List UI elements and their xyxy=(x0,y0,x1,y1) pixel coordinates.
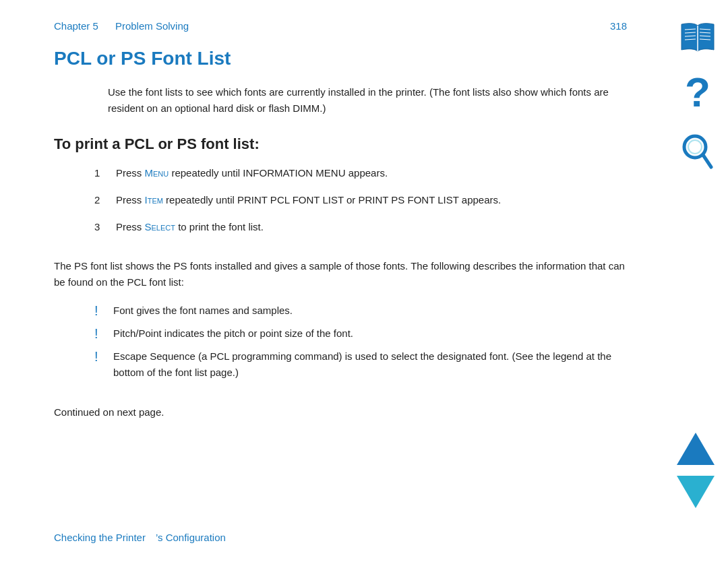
subsection-title: To print a PCL or PS font list: xyxy=(54,135,627,153)
step-1-text: Press Menu repeatedly until INFORMATION … xyxy=(116,165,388,181)
arrow-up-button[interactable] xyxy=(677,433,715,465)
menu-link[interactable]: Menu xyxy=(145,167,169,179)
header-bar: Chapter 5 Problem Solving 318 xyxy=(54,20,627,32)
bullet-1: ! Font gives the font names and samples. xyxy=(94,303,627,319)
desc-text: The PS font list shows the PS fonts inst… xyxy=(54,258,627,290)
footer-bar: Checking the Printer ’s Configuration xyxy=(54,532,647,543)
bullet-3: ! Escape Sequence (a PCL programming com… xyxy=(94,348,627,381)
step-1-num: 1 xyxy=(94,165,107,181)
bullet-list: ! Font gives the font names and samples.… xyxy=(94,303,627,387)
step-2: 2 Press Item repeatedly until PRINT PCL … xyxy=(94,192,627,208)
step-2-num: 2 xyxy=(94,192,107,208)
bullet-3-text: Escape Sequence (a PCL programming comma… xyxy=(113,348,627,381)
step-3-num: 3 xyxy=(94,219,107,235)
continued-text: Continued on next page. xyxy=(54,406,627,418)
item-link[interactable]: Item xyxy=(145,194,163,206)
svg-text:?: ? xyxy=(685,74,710,113)
bullet-2: ! Pitch/Point indicates the pitch or poi… xyxy=(94,325,627,342)
bullet-1-text: Font gives the font names and samples. xyxy=(113,303,293,319)
footer-separator: ’s Configuration xyxy=(146,532,226,543)
footer-link-1[interactable]: Checking the Printer xyxy=(54,532,146,543)
step-3: 3 Press Select to print the font list. xyxy=(94,219,627,235)
steps-list: 1 Press Menu repeatedly until INFORMATIO… xyxy=(94,165,627,246)
question-icon[interactable]: ? xyxy=(684,74,712,113)
chapter-label: Chapter 5 xyxy=(54,20,98,32)
step-2-text: Press Item repeatedly until PRINT PCL FO… xyxy=(116,192,501,208)
chapter-title: Problem Solving xyxy=(115,20,189,32)
svg-point-12 xyxy=(688,140,702,154)
svg-line-11 xyxy=(703,155,711,167)
bullet-mark-2: ! xyxy=(94,325,104,342)
bullet-mark-1: ! xyxy=(94,303,104,319)
chapter-info: Chapter 5 Problem Solving xyxy=(54,20,189,32)
magnifier-icon[interactable] xyxy=(681,133,714,170)
nav-arrows xyxy=(677,433,715,508)
book-icon[interactable] xyxy=(678,20,717,54)
section-title: PCL or PS Font List xyxy=(54,48,627,69)
page-number: 318 xyxy=(610,20,627,32)
intro-text: Use the font lists to see which fonts ar… xyxy=(108,84,627,117)
step-1: 1 Press Menu repeatedly until INFORMATIO… xyxy=(94,165,627,181)
arrow-down-button[interactable] xyxy=(677,476,715,508)
bullet-mark-3: ! xyxy=(94,348,104,381)
bullet-2-text: Pitch/Point indicates the pitch or point… xyxy=(113,325,353,342)
step-3-text: Press Select to print the font list. xyxy=(116,219,264,235)
select-link[interactable]: Select xyxy=(145,221,175,232)
